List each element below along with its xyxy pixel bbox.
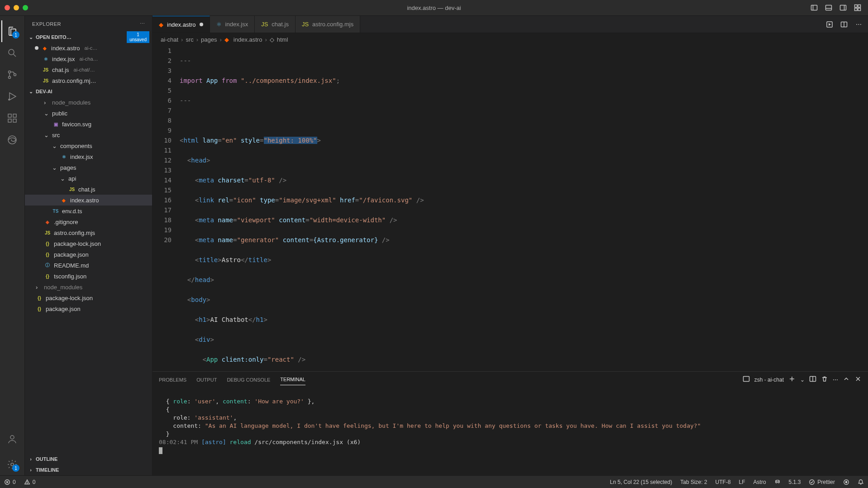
more-actions-icon[interactable]: ⋯ <box>833 377 838 383</box>
modified-dot-icon <box>35 46 38 50</box>
terminal-add-button[interactable] <box>788 375 796 384</box>
file-env-dts[interactable]: TSenv.d.ts <box>25 206 152 216</box>
file-pkg-lock[interactable]: {}package-lock.json <box>25 292 152 303</box>
breadcrumb-item[interactable]: ai-chat <box>161 36 178 43</box>
tab-index-jsx[interactable]: ⚛index.jsx <box>210 16 255 33</box>
panel-tab-debug[interactable]: DEBUG CONSOLE <box>227 374 270 385</box>
code-content[interactable]: --- import App from "../components/index… <box>180 46 868 371</box>
split-terminal-icon[interactable] <box>809 375 816 384</box>
toggle-panel-icon[interactable] <box>823 3 835 13</box>
folder-public[interactable]: ⌄public <box>25 108 152 119</box>
sidebar-header: EXPLORER ⋯ <box>25 16 152 32</box>
status-copilot-icon[interactable] <box>770 479 785 485</box>
zoom-window-icon[interactable] <box>23 5 28 10</box>
chevron-down-icon: ⌄ <box>28 89 34 95</box>
svg-rect-6 <box>855 5 858 8</box>
minimize-window-icon[interactable] <box>14 5 19 10</box>
status-eol[interactable]: LF <box>735 479 749 485</box>
terminal-shell-icon[interactable] <box>743 375 750 384</box>
sidebar-more-icon[interactable]: ⋯ <box>140 21 145 27</box>
status-errors[interactable]: 0 <box>0 476 20 488</box>
svg-rect-4 <box>840 5 846 10</box>
edge-activity[interactable] <box>1 129 23 151</box>
tab-index-astro[interactable]: ◆index.astro <box>153 16 210 33</box>
file-package-json[interactable]: {}package.json <box>25 249 152 260</box>
outline-section[interactable]: ›OUTLINE <box>25 454 152 464</box>
run-icon[interactable] <box>824 19 835 29</box>
file-chat-js[interactable]: JSchat.js <box>25 184 152 195</box>
status-warnings[interactable]: 0 <box>20 476 40 488</box>
breadcrumb[interactable]: ai-chat› src› pages› ◆index.astro› ◇html <box>153 33 868 46</box>
folder-api[interactable]: ⌄api <box>25 173 152 184</box>
split-editor-icon[interactable] <box>838 19 850 29</box>
folder-components[interactable]: ⌄components <box>25 140 152 151</box>
status-live-share-icon[interactable] <box>839 479 854 485</box>
tab-chat-js[interactable]: JSchat.js <box>255 16 296 33</box>
panel-tabs: PROBLEMS OUTPUT DEBUG CONSOLE TERMINAL z… <box>153 372 868 388</box>
file-index-jsx[interactable]: ⚛index.jsx <box>25 151 152 162</box>
code-editor[interactable]: 1234567891011121314151617181920 --- impo… <box>153 46 868 371</box>
terminal-output[interactable]: { role: 'user', content: 'How are you?' … <box>153 388 868 475</box>
customize-layout-icon[interactable] <box>852 3 863 13</box>
file-readme[interactable]: ⓘREADME.md <box>25 260 152 271</box>
git-file-icon: ◈ <box>44 218 51 225</box>
status-tab-size[interactable]: Tab Size: 2 <box>676 479 711 485</box>
status-language[interactable]: Astro <box>749 479 770 485</box>
breadcrumb-item[interactable]: pages <box>201 36 217 43</box>
file-package-json[interactable]: {}package.json <box>25 303 152 314</box>
accounts-activity[interactable] <box>1 428 23 450</box>
maximize-panel-icon[interactable] <box>843 375 850 384</box>
status-version[interactable]: 5.1.3 <box>785 479 805 485</box>
panel-tab-terminal[interactable]: TERMINAL <box>280 374 305 385</box>
breadcrumb-item[interactable]: index.astro <box>234 36 262 43</box>
status-cursor-position[interactable]: Ln 5, Col 22 (15 selected) <box>606 479 676 485</box>
open-editor-item[interactable]: JSastro.config.mj… <box>25 75 152 86</box>
open-editor-item[interactable]: ◆index.astroai-c… <box>25 43 152 53</box>
explorer-activity[interactable]: 1 <box>1 20 23 42</box>
breadcrumb-item[interactable]: html <box>277 36 288 43</box>
more-actions-icon[interactable]: ⋯ <box>853 19 864 29</box>
open-editor-item[interactable]: ⚛index.jsxai-cha… <box>25 53 152 64</box>
search-activity[interactable] <box>1 42 23 64</box>
astro-file-icon: ◆ <box>60 196 67 204</box>
file-favicon[interactable]: ▣favicon.svg <box>25 119 152 129</box>
panel-tab-problems[interactable]: PROBLEMS <box>159 374 186 385</box>
file-pkg-lock[interactable]: {}package-lock.json <box>25 238 152 249</box>
file-index-astro[interactable]: ◆index.astro <box>25 195 152 206</box>
panel-tab-output[interactable]: OUTPUT <box>196 374 217 385</box>
toggle-secondary-sidebar-icon[interactable] <box>837 3 849 13</box>
tab-astro-config[interactable]: JSastro.config.mjs <box>296 16 360 33</box>
settings-activity[interactable]: 1 <box>1 454 23 475</box>
folder-pages[interactable]: ⌄pages <box>25 162 152 173</box>
unsaved-badge: 1 unsaved <box>127 31 149 43</box>
folder-src[interactable]: ⌄src <box>25 129 152 140</box>
project-section[interactable]: ⌄ DEV-AI <box>25 86 152 97</box>
open-editors-list: ◆index.astroai-c… ⚛index.jsxai-cha… JSch… <box>25 43 152 86</box>
open-editor-item[interactable]: JSchat.jsai-chat/… <box>25 64 152 75</box>
kill-terminal-icon[interactable] <box>821 375 828 384</box>
timeline-section[interactable]: ›TIMELINE <box>25 464 152 475</box>
status-encoding[interactable]: UTF-8 <box>711 479 735 485</box>
file-astro-config[interactable]: JSastro.config.mjs <box>25 227 152 238</box>
astro-file-icon: ◆ <box>41 44 48 52</box>
status-bell-icon[interactable] <box>854 479 868 485</box>
breadcrumb-item[interactable]: src <box>186 36 193 43</box>
folder-node-modules[interactable]: ›node_modules <box>25 97 152 108</box>
extensions-activity[interactable] <box>1 107 23 129</box>
source-control-activity[interactable] <box>1 64 23 86</box>
close-window-icon[interactable] <box>5 5 10 10</box>
status-prettier[interactable]: Prettier <box>805 479 839 485</box>
close-panel-icon[interactable] <box>854 375 862 384</box>
run-debug-activity[interactable] <box>1 86 23 107</box>
svg-point-38 <box>775 481 777 483</box>
toggle-primary-sidebar-icon[interactable] <box>808 3 820 13</box>
terminal-shell-label[interactable]: zsh - ai-chat <box>754 377 784 383</box>
file-gitignore[interactable]: ◈.gitignore <box>25 216 152 227</box>
folder-node-modules[interactable]: ›node_modules <box>25 282 152 292</box>
chevron-down-icon[interactable]: ⌄ <box>800 377 805 383</box>
chevron-right-icon: › <box>28 467 34 473</box>
file-tsconfig[interactable]: {}tsconfig.json <box>25 271 152 282</box>
project-name: DEV-AI <box>36 89 52 94</box>
window-controls[interactable] <box>5 5 28 10</box>
open-editors-section[interactable]: ⌄ OPEN EDITO… 1 unsaved <box>25 32 152 43</box>
